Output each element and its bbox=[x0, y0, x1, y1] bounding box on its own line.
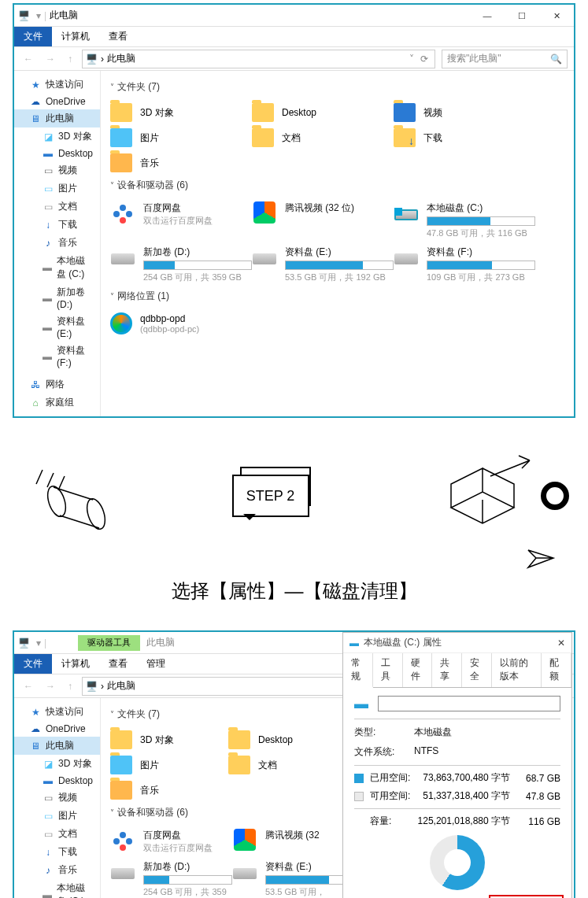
breadcrumb[interactable]: 🖥️ › 此电脑 ˅ ⟳ bbox=[82, 50, 435, 68]
usage-pie bbox=[430, 835, 485, 890]
maximize-button[interactable]: ☐ bbox=[505, 5, 539, 27]
drive-icon bbox=[110, 860, 135, 882]
drive-icon: ▬ bbox=[43, 322, 52, 333]
drive-item[interactable]: 新加卷 (D:)254 GB 可用，共 359 GB bbox=[110, 857, 232, 898]
nav-sub[interactable]: ▬资料盘 (F:) bbox=[14, 342, 100, 371]
nav-up-icon[interactable]: ↑ bbox=[65, 681, 76, 692]
label-input[interactable] bbox=[378, 696, 560, 711]
folder-item[interactable]: 3D 对象 bbox=[110, 100, 252, 125]
folder-item[interactable]: 音乐 bbox=[110, 778, 228, 803]
tab-drivetools[interactable]: 驱动器工具 bbox=[78, 635, 140, 651]
box-sketch bbox=[427, 453, 538, 539]
minimize-button[interactable]: — bbox=[470, 5, 505, 27]
nav-sub[interactable]: ▭文档 bbox=[14, 198, 100, 216]
group-folders[interactable]: ˅文件夹 (7) bbox=[110, 80, 564, 94]
nav-sub[interactable]: ◪3D 对象 bbox=[14, 127, 100, 146]
tab-security[interactable]: 安全 bbox=[462, 653, 492, 687]
pc-icon: 🖥 bbox=[30, 741, 41, 752]
used-color-icon bbox=[354, 774, 364, 783]
image-icon: ▭ bbox=[43, 183, 54, 194]
nav-homegroup[interactable]: ⌂家庭组 bbox=[14, 394, 100, 412]
chevron-down-icon: ˅ bbox=[110, 83, 114, 91]
nav-fwd-icon[interactable]: → bbox=[43, 681, 58, 692]
folder-item[interactable]: 视频 bbox=[394, 100, 535, 125]
nav-back-icon[interactable]: ← bbox=[20, 681, 36, 692]
folder-item[interactable]: 下载 bbox=[394, 125, 535, 150]
nav-sub[interactable]: ◪3D 对象 bbox=[14, 755, 100, 773]
tab-manage[interactable]: 管理 bbox=[137, 654, 175, 674]
nav-sub[interactable]: ▬资料盘 (E:) bbox=[14, 312, 100, 342]
nav-sub[interactable]: ♪音乐 bbox=[14, 234, 100, 252]
drive-icon bbox=[110, 246, 135, 268]
nav-fwd-icon[interactable]: → bbox=[43, 54, 58, 65]
tab-computer[interactable]: 计算机 bbox=[52, 654, 99, 674]
music-folder-icon bbox=[110, 153, 132, 172]
drive-item[interactable]: 腾讯视频 (32 bbox=[232, 826, 354, 857]
chevron-down-icon[interactable]: ˅ bbox=[406, 54, 417, 65]
tab-quota[interactable]: 配额 bbox=[542, 653, 571, 687]
folder-item[interactable]: Desktop bbox=[228, 727, 346, 752]
group-drives[interactable]: ˅设备和驱动器 (6) bbox=[110, 179, 564, 192]
folder-item[interactable]: 图片 bbox=[110, 752, 228, 778]
nav-sub[interactable]: ▭图片 bbox=[14, 807, 100, 825]
tab-sharing[interactable]: 共享 bbox=[432, 653, 462, 687]
tab-view[interactable]: 查看 bbox=[99, 27, 137, 46]
folder-item[interactable]: 文档 bbox=[252, 125, 394, 150]
nav-quick[interactable]: ★快速访问 bbox=[14, 703, 100, 721]
drive-item[interactable]: 百度网盘双击运行百度网盘 bbox=[110, 826, 232, 857]
group-folders[interactable]: ˅文件夹 (7) bbox=[110, 708, 327, 721]
drive-icon: ▬ bbox=[43, 889, 52, 898]
paperplane-icon bbox=[525, 547, 557, 571]
refresh-icon[interactable]: ⟳ bbox=[417, 54, 431, 65]
nav-sub[interactable]: ▭图片 bbox=[14, 179, 100, 198]
drive-item[interactable]: 资料盘 (F:)109 GB 可用，共 273 GB bbox=[394, 242, 535, 286]
drive-item[interactable]: 新加卷 (D:)254 GB 可用，共 359 GB bbox=[110, 242, 252, 286]
nav-sub[interactable]: ▭文档 bbox=[14, 825, 100, 843]
folder-item[interactable]: 文档 bbox=[228, 752, 346, 778]
tab-computer[interactable]: 计算机 bbox=[52, 27, 99, 46]
netloc-item[interactable]: qdbbp-opd(qdbbp-opd-pc) bbox=[110, 309, 564, 338]
drive-item[interactable]: 百度网盘双击运行百度网盘 bbox=[110, 198, 252, 242]
tab-file[interactable]: 文件 bbox=[14, 27, 52, 46]
tab-tools[interactable]: 工具 bbox=[373, 653, 403, 687]
group-drives[interactable]: ˅设备和驱动器 (6) bbox=[110, 806, 327, 819]
nav-sub[interactable]: ▬Desktop bbox=[14, 773, 100, 789]
properties-dialog: ▬ 本地磁盘 (C:) 属性 ✕ 常规 工具 硬件 共享 安全 以前的版本 配额… bbox=[342, 632, 572, 898]
nav-sub[interactable]: ▬本地磁盘 (C:) bbox=[14, 879, 100, 898]
folder-item[interactable]: 3D 对象 bbox=[110, 727, 228, 752]
folder-item[interactable]: 图片 bbox=[110, 125, 252, 150]
drive-item[interactable]: 资料盘 (E:)53.5 GB 可用， bbox=[232, 857, 354, 898]
tab-view[interactable]: 查看 bbox=[99, 654, 137, 674]
tab-file[interactable]: 文件 bbox=[14, 654, 52, 674]
nav-onedrive[interactable]: ☁OneDrive bbox=[14, 94, 100, 109]
nav-onedrive[interactable]: ☁OneDrive bbox=[14, 721, 100, 737]
drive-item[interactable]: 腾讯视频 (32 位) bbox=[252, 198, 394, 242]
drive-item[interactable]: 资料盘 (E:)53.5 GB 可用，共 192 GB bbox=[252, 242, 394, 286]
tab-prev[interactable]: 以前的版本 bbox=[492, 653, 542, 687]
nav-back-icon[interactable]: ← bbox=[20, 54, 36, 65]
nav-sub[interactable]: ▭视频 bbox=[14, 789, 100, 807]
pc-icon: 🖥️ bbox=[14, 10, 33, 21]
nav-sub[interactable]: ▬新加卷 (D:) bbox=[14, 283, 100, 312]
nav-sub[interactable]: ▭视频 bbox=[14, 161, 100, 179]
download-icon: ↓ bbox=[43, 220, 54, 231]
nav-quick[interactable]: ★快速访问 bbox=[14, 76, 100, 94]
nav-sub[interactable]: ▬Desktop bbox=[14, 146, 100, 161]
group-netloc[interactable]: ˅网络位置 (1) bbox=[110, 290, 564, 303]
nav-pc[interactable]: 🖥此电脑 bbox=[14, 737, 100, 755]
nav-pc[interactable]: 🖥此电脑 bbox=[14, 109, 100, 127]
tab-general[interactable]: 常规 bbox=[343, 653, 373, 688]
folder-item[interactable]: Desktop bbox=[252, 100, 394, 125]
nav-sub[interactable]: ▬本地磁盘 (C:) bbox=[14, 252, 100, 283]
nav-network[interactable]: 🖧网络 bbox=[14, 375, 100, 394]
nav-sub[interactable]: ♪音乐 bbox=[14, 861, 100, 879]
nav-sub[interactable]: ↓下载 bbox=[14, 843, 100, 861]
nav-sub[interactable]: ↓下载 bbox=[14, 216, 100, 234]
close-icon[interactable]: ✕ bbox=[557, 637, 565, 649]
close-button[interactable]: ✕ bbox=[539, 5, 574, 27]
folder-item[interactable]: 音乐 bbox=[110, 150, 252, 176]
search-input[interactable]: 搜索"此电脑" 🔍 bbox=[442, 50, 568, 68]
drive-item[interactable]: 本地磁盘 (C:)47.8 GB 可用，共 116 GB bbox=[394, 198, 535, 242]
nav-up-icon[interactable]: ↑ bbox=[65, 54, 76, 65]
tab-hardware[interactable]: 硬件 bbox=[403, 653, 433, 687]
